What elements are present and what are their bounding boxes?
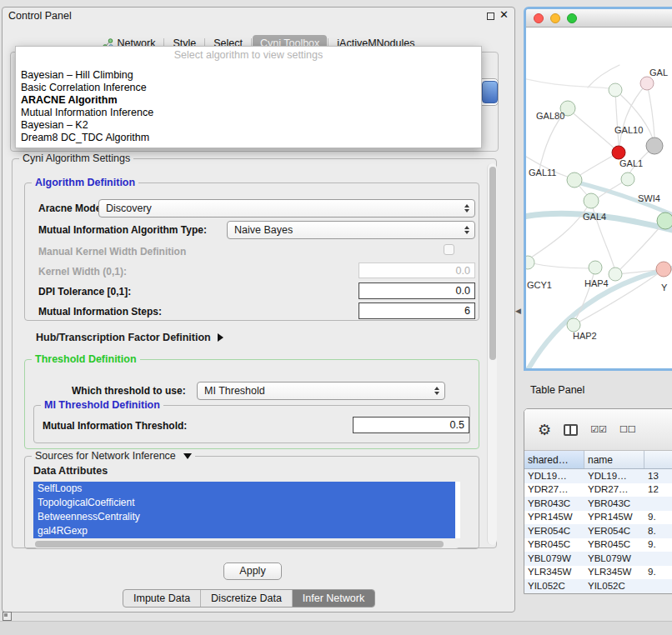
network-node[interactable]: [589, 261, 602, 274]
table-row[interactable]: YLR345WYLR345W9.: [524, 566, 672, 580]
network-node[interactable]: [609, 268, 622, 281]
zoom-window-button[interactable]: [567, 13, 577, 23]
network-edge[interactable]: [578, 152, 619, 177]
table-cell: YER054C: [524, 524, 584, 538]
network-node[interactable]: [646, 138, 663, 154]
node-label: GCY1: [527, 280, 552, 290]
dropdown-item-dream8-dc-tdc-algorithm[interactable]: Dream8 DC_TDC Algorithm: [16, 132, 481, 144]
table-row[interactable]: YBR045CYBR045C9.: [524, 538, 672, 552]
bottom-tab-infer-network[interactable]: Infer Network: [292, 590, 374, 607]
dropdown-spacer: [16, 62, 481, 69]
gear-icon[interactable]: ⚙: [538, 422, 551, 438]
table-cell: 12: [644, 483, 672, 498]
column-selector-icon[interactable]: [564, 424, 578, 436]
table-cell: 9.: [644, 511, 672, 525]
algorithm-combo-button[interactable]: [482, 81, 498, 103]
network-edge[interactable]: [615, 90, 619, 145]
network-svg[interactable]: GALGAL80GAL10GAL11GAL1SWI4GAL4GCY1HAP4HA…: [526, 28, 672, 368]
hub-definition-label: Hub/Transcription Factor Definition: [36, 332, 211, 343]
table-panel-title: Table Panel: [530, 384, 584, 396]
dropdown-item-basic-correlation-inference[interactable]: Basic Correlation Inference: [16, 82, 481, 94]
mi-threshold-input[interactable]: [353, 417, 469, 433]
restore-panel-icon[interactable]: [3, 612, 12, 621]
settings-vscrollbar[interactable]: [487, 163, 497, 545]
table-cell: YIL052C: [584, 579, 644, 593]
table-row[interactable]: YPR145WYPR145W9.: [524, 511, 672, 525]
bottom-tab-discretize-data[interactable]: Discretize Data: [200, 590, 292, 607]
algorithm-definition-title: Algorithm Definition: [32, 177, 138, 188]
node-label: GAL: [649, 68, 668, 78]
network-node[interactable]: [656, 262, 671, 277]
attribute-item[interactable]: BetweennessCentrality: [33, 510, 455, 524]
node-label: SWI4: [638, 193, 660, 203]
mi-steps-input[interactable]: [359, 302, 475, 319]
network-node[interactable]: [657, 212, 672, 229]
mi-threshold-group-title: MI Threshold Definition: [41, 399, 163, 411]
node-label: GAL4: [583, 212, 606, 222]
status-bar: [0, 621, 672, 635]
table-row[interactable]: YIL052CYIL052C: [524, 579, 672, 593]
node-label: HAP2: [573, 331, 597, 341]
network-node[interactable]: [567, 172, 582, 188]
network-node[interactable]: [640, 77, 654, 90]
network-node[interactable]: [609, 83, 622, 97]
network-view-window: GALGAL80GAL10GAL11GAL1SWI4GAL4GCY1HAP4HA…: [524, 7, 672, 371]
network-edge[interactable]: [528, 262, 589, 268]
table-row[interactable]: YER054CYER054C8.: [524, 524, 672, 538]
network-node[interactable]: [526, 256, 534, 269]
table-row[interactable]: YDR27…YDR27…12: [524, 483, 672, 498]
vscrollbar-thumb[interactable]: [489, 167, 496, 360]
hub-definition-toggle[interactable]: Hub/Transcription Factor Definition: [36, 332, 223, 343]
apply-button[interactable]: Apply: [223, 562, 282, 580]
select-all-icon[interactable]: ☑☑: [590, 424, 607, 435]
table-cell: YBR043C: [584, 497, 644, 511]
dpi-tolerance-input[interactable]: [359, 282, 475, 299]
network-edge[interactable]: [619, 83, 647, 146]
aracne-mode-select[interactable]: Discovery: [98, 199, 475, 218]
attribute-item[interactable]: TopologicalCoefficient: [33, 496, 455, 510]
network-edge[interactable]: [531, 201, 591, 258]
aracne-mode-label: Aracne Mode:: [38, 202, 104, 214]
table-row[interactable]: YBL079WYBL079W: [524, 552, 672, 566]
hscrollbar-thumb[interactable]: [35, 541, 444, 548]
attribute-item[interactable]: gal4RGexp: [33, 524, 455, 538]
column-header[interactable]: name: [584, 451, 644, 468]
which-threshold-select[interactable]: MI Threshold: [197, 382, 445, 400]
dropdown-item-bayesian-k2[interactable]: Bayesian – K2: [16, 119, 481, 132]
manual-kernel-checkbox: [444, 244, 454, 255]
dropdown-item-aracne-algorithm[interactable]: ARACNE Algorithm: [16, 94, 481, 107]
panel-collapse-icon[interactable]: ◀: [515, 307, 521, 315]
dropdown-item-mutual-information-inference[interactable]: Mutual Information Inference: [16, 107, 481, 119]
network-node[interactable]: [567, 318, 580, 332]
column-header[interactable]: shared…: [524, 451, 584, 468]
mi-type-value: Naive Bayes: [234, 224, 293, 236]
network-edge[interactable]: [620, 221, 665, 269]
minimize-window-button[interactable]: [550, 13, 560, 23]
network-node[interactable]: [612, 146, 625, 159]
node-label: GAL11: [529, 168, 556, 178]
table-cell: YDR27…: [524, 483, 584, 498]
attribute-item[interactable]: SelfLoops: [33, 482, 455, 496]
node-label: GAL80: [536, 111, 564, 121]
dropdown-placeholder: Select algorithm to view settings: [16, 48, 481, 62]
float-window-icon[interactable]: [487, 12, 494, 20]
bottom-tab-impute-data[interactable]: Impute Data: [123, 590, 200, 607]
network-canvas[interactable]: GALGAL80GAL10GAL11GAL1SWI4GAL4GCY1HAP4HA…: [526, 28, 672, 368]
column-header[interactable]: [644, 451, 672, 468]
data-attributes-list[interactable]: SelfLoopsTopologicalCoefficientBetweenne…: [33, 482, 460, 538]
mi-type-label: Mutual Information Algorithm Type:: [38, 224, 207, 236]
dropdown-item-bayesian-hill-climbing[interactable]: Bayesian – Hill Climbing: [16, 69, 481, 82]
deselect-all-icon[interactable]: ☐☐: [619, 424, 636, 435]
attributes-hscrollbar[interactable]: [33, 540, 460, 548]
network-node[interactable]: [621, 172, 634, 186]
sources-group-title[interactable]: Sources for Network Inference: [32, 450, 195, 462]
table-row[interactable]: YDL19…YDL19…13: [524, 469, 672, 483]
close-window-button[interactable]: [534, 13, 544, 23]
close-icon[interactable]: ✕: [499, 8, 509, 21]
table-cell: 9.: [644, 538, 672, 552]
table-row[interactable]: YBR043CYBR043C: [524, 497, 672, 511]
table-cell: 9.: [644, 566, 672, 580]
mi-type-select[interactable]: Naive Bayes: [227, 221, 475, 239]
network-node[interactable]: [584, 193, 599, 208]
network-edge[interactable]: [568, 108, 616, 150]
